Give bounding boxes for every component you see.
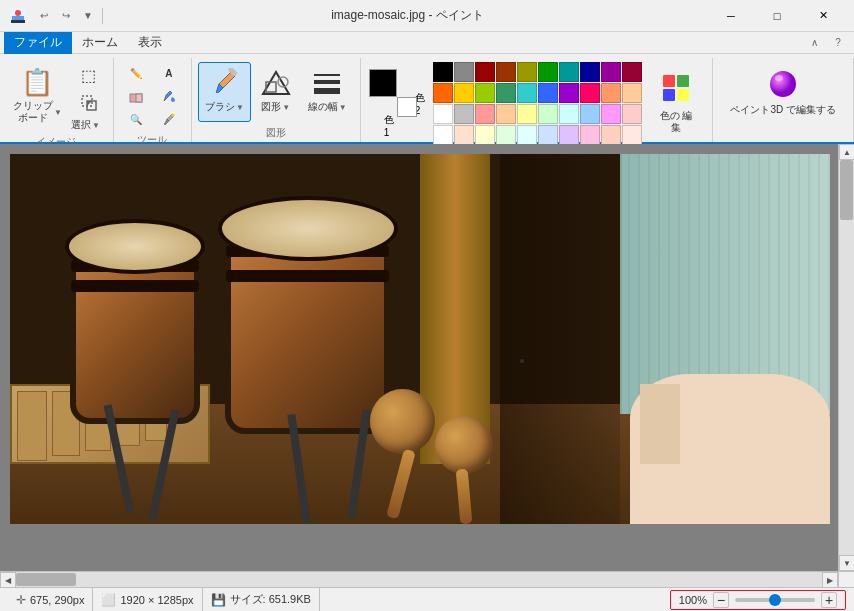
minimize-button[interactable]: ─ [708, 0, 754, 32]
window-controls: ─ □ ✕ [708, 0, 846, 32]
xylo-key-1 [17, 391, 47, 461]
select-button[interactable]: ⬚ [71, 62, 107, 88]
image-content [10, 154, 830, 524]
color-swatch-cell[interactable] [433, 83, 453, 103]
canvas-container[interactable]: ▲ ▼ ◀ ▶ [0, 144, 854, 587]
scroll-thumb-horizontal[interactable] [16, 573, 76, 586]
color-swatch-cell[interactable] [475, 83, 495, 103]
scroll-left-button[interactable]: ◀ [0, 572, 16, 587]
color-swatch-cell[interactable] [475, 125, 495, 145]
menu-home[interactable]: ホーム [72, 32, 128, 54]
linewidth-dropdown-icon: ▼ [339, 103, 347, 112]
drum-right-ring2 [226, 270, 389, 282]
scroll-up-button[interactable]: ▲ [839, 144, 854, 160]
undo-button[interactable]: ↩ [34, 6, 54, 26]
svg-point-2 [15, 10, 21, 16]
menu-file[interactable]: ファイル [4, 32, 72, 54]
resize-button[interactable] [71, 90, 107, 116]
color-swatch-cell[interactable] [601, 62, 621, 82]
collapse-ribbon-button[interactable]: ∧ [802, 33, 826, 53]
color-swatch-cell[interactable] [601, 125, 621, 145]
color-swatch-cell[interactable] [454, 62, 474, 82]
color-swatch-cell[interactable] [433, 125, 453, 145]
scroll-right-button[interactable]: ▶ [822, 572, 838, 587]
color-swatch-cell[interactable] [559, 125, 579, 145]
color-swatch-cell[interactable] [580, 83, 600, 103]
color-swatch-cell[interactable] [475, 62, 495, 82]
scroll-down-button[interactable]: ▼ [839, 555, 854, 571]
color-swatch-cell[interactable] [475, 104, 495, 124]
color-swatch-cell[interactable] [580, 62, 600, 82]
color2-swatch[interactable] [397, 97, 417, 117]
color-swatch-cell[interactable] [433, 104, 453, 124]
edit-colors-label: 色の 編集 [655, 110, 698, 134]
color-swatch-cell[interactable] [622, 83, 642, 103]
color-swatch-cell[interactable] [538, 62, 558, 82]
menu-bar: ファイル ホーム 表示 ∧ ? [0, 32, 854, 54]
color-swatch-cell[interactable] [496, 125, 516, 145]
cursor-position: 675, 290px [30, 594, 84, 606]
svg-rect-15 [314, 80, 340, 84]
filesize-icon: 💾 [211, 593, 226, 607]
scroll-track-horizontal[interactable] [16, 572, 822, 587]
svg-rect-19 [663, 89, 675, 101]
color-swatch-cell[interactable] [454, 104, 474, 124]
color-swatch-cell[interactable] [454, 125, 474, 145]
person-head [630, 374, 830, 524]
scroll-track-vertical[interactable] [839, 160, 854, 555]
color-swatch-cell[interactable] [622, 125, 642, 145]
color-swatch-cell[interactable] [496, 104, 516, 124]
eyedropper-button[interactable] [153, 108, 185, 130]
select-group: ⬚ 選択 ▼ [71, 62, 107, 132]
eraser-button[interactable] [120, 85, 152, 107]
maximize-button[interactable]: □ [754, 0, 800, 32]
color-swatch-cell[interactable] [454, 83, 474, 103]
zoom-slider-thumb[interactable] [769, 594, 781, 606]
color-swatch-cell[interactable] [517, 125, 537, 145]
color-swatch-cell[interactable] [538, 125, 558, 145]
brush-button[interactable]: ブラシ ▼ [198, 62, 251, 122]
color-swatch-cell[interactable] [517, 104, 537, 124]
color-swatch-cell[interactable] [517, 62, 537, 82]
scroll-thumb-vertical[interactable] [840, 160, 853, 220]
color-swatch-cell[interactable] [601, 83, 621, 103]
magnify-button[interactable]: 🔍 [120, 108, 152, 130]
zoom-out-button[interactable]: − [713, 592, 729, 608]
color-swatch-cell[interactable] [559, 104, 579, 124]
color1-swatch[interactable] [369, 69, 397, 97]
color-swatch-cell[interactable] [496, 83, 516, 103]
edit-colors-button[interactable]: 色の 編集 [648, 74, 705, 134]
select-dropdown-icon: ▼ [92, 121, 100, 130]
help-button[interactable]: ? [826, 33, 850, 53]
text-button[interactable]: A [153, 62, 185, 84]
linewidth-button[interactable]: 線の幅 ▼ [301, 62, 354, 122]
color-swatch-cell[interactable] [601, 104, 621, 124]
tools-row-3: 🔍 [120, 108, 185, 130]
quick-access-dropdown[interactable]: ▼ [78, 6, 98, 26]
clipboard-button[interactable]: 📋 クリップボード ▼ [6, 62, 69, 122]
color-swatch-cell[interactable] [559, 83, 579, 103]
zoom-in-button[interactable]: + [821, 592, 837, 608]
fill-button[interactable] [153, 85, 185, 107]
zoom-slider[interactable] [735, 598, 815, 602]
close-button[interactable]: ✕ [800, 0, 846, 32]
color-swatch-cell[interactable] [622, 104, 642, 124]
color-swatch-cell[interactable] [538, 104, 558, 124]
color-swatch-cell[interactable] [559, 62, 579, 82]
color-swatch-cell[interactable] [433, 62, 453, 82]
color-swatch-cell[interactable] [517, 83, 537, 103]
color-swatch-cell[interactable] [622, 62, 642, 82]
color-swatch-cell[interactable] [538, 83, 558, 103]
color-swatch-cell[interactable] [496, 62, 516, 82]
menu-view[interactable]: 表示 [128, 32, 172, 54]
redo-button[interactable]: ↪ [56, 6, 76, 26]
brush-dropdown-icon: ▼ [236, 103, 244, 112]
ribbon-section-shapes-items: ブラシ ▼ 図形 ▼ [198, 58, 354, 123]
pencil-button[interactable]: ✏️ [120, 62, 152, 84]
color-labels: 色1 [384, 113, 394, 138]
paint3d-button[interactable]: ペイント3D で編集する [721, 62, 845, 122]
color-swatch-cell[interactable] [580, 125, 600, 145]
color-swatch-cell[interactable] [580, 104, 600, 124]
image-canvas[interactable] [10, 154, 830, 524]
shape-button[interactable]: 図形 ▼ [253, 62, 299, 122]
